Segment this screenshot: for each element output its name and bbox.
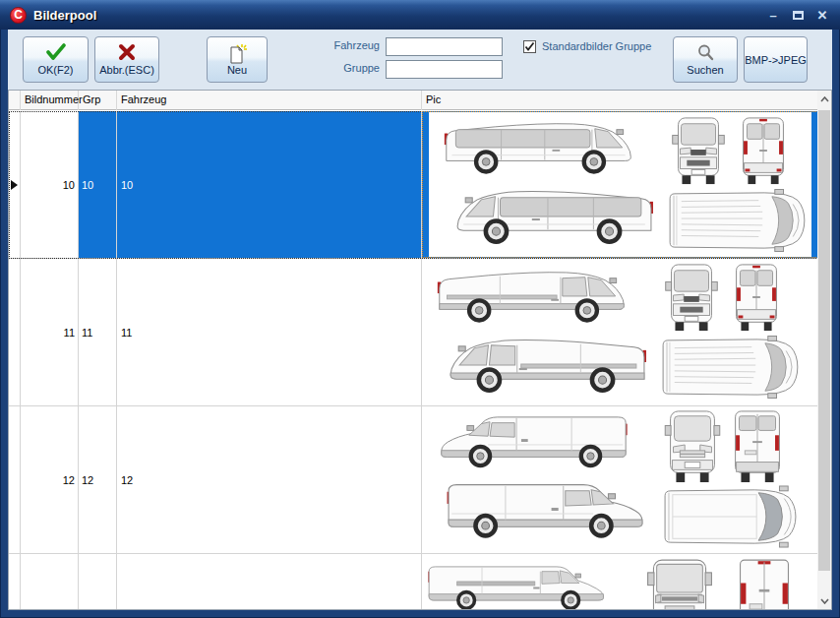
scrollbar-thumb[interactable] <box>818 110 830 571</box>
toolbar: OK(F2) Abbr.(ESC) <box>8 30 832 90</box>
cell-pic[interactable] <box>422 554 818 609</box>
app-logo-icon: C <box>10 7 27 24</box>
cell-grp[interactable]: 12 <box>79 406 117 553</box>
gruppe-label: Gruppe <box>343 62 380 74</box>
column-header-bildnummer[interactable]: Bildnummer <box>21 91 79 110</box>
bmp-to-jpeg-button[interactable]: BMP->JPEG <box>744 36 808 83</box>
row-selector-cell <box>9 554 21 609</box>
cancel-x-icon <box>95 43 158 61</box>
vertical-scrollbar[interactable] <box>817 91 831 609</box>
current-row-arrow-icon <box>11 180 18 190</box>
cell-bildnummer[interactable]: 12 <box>21 406 79 553</box>
ok-button-label: OK(F2) <box>37 64 73 76</box>
grid-header: Bildnummer Grp Fahrzeug Pic <box>9 91 818 110</box>
cell-fahrzeug[interactable] <box>117 554 422 609</box>
gruppe-input[interactable] <box>386 60 503 79</box>
close-button[interactable]: ✕ <box>814 7 830 23</box>
search-magnifier-icon <box>674 43 737 62</box>
cell-fahrzeug[interactable]: 11 <box>117 259 422 405</box>
vehicle-drawing-minibus <box>429 112 811 257</box>
cell-bildnummer[interactable] <box>21 554 79 609</box>
cell-bildnummer[interactable]: 11 <box>21 259 79 405</box>
checkmark-icon <box>524 41 535 52</box>
fahrzeug-input[interactable] <box>386 37 503 56</box>
new-document-icon <box>208 43 267 65</box>
row-selector-cell <box>9 259 21 405</box>
new-button[interactable]: Neu <box>207 36 268 83</box>
bilderpool-window: C Bilderpool – ✕ OK(F2) Abbr.(ESC) <box>0 0 840 618</box>
column-header-fahrzeug[interactable]: Fahrzeug <box>117 91 422 110</box>
bmp-to-jpeg-button-label: BMP->JPEG <box>745 54 807 66</box>
cell-grp[interactable]: 11 <box>79 259 117 405</box>
scroll-down-button[interactable] <box>817 592 831 609</box>
row-selector-header <box>9 91 21 110</box>
table-row[interactable] <box>9 554 818 609</box>
standardbilder-checkbox[interactable] <box>523 40 536 53</box>
cell-fahrzeug[interactable]: 10 <box>117 111 422 258</box>
chevron-up-icon <box>820 96 829 102</box>
ok-checkmark-icon <box>24 43 88 61</box>
cell-pic[interactable] <box>422 259 818 405</box>
current-row-indicator <box>9 111 21 258</box>
fahrzeug-label: Fahrzeug <box>334 39 380 51</box>
scroll-up-button[interactable] <box>817 91 831 107</box>
cell-pic[interactable] <box>422 111 818 258</box>
cell-bildnummer[interactable]: 10 <box>21 111 79 258</box>
ok-button[interactable]: OK(F2) <box>23 36 89 83</box>
image-grid: Bildnummer Grp Fahrzeug Pic 10 10 10 <box>8 90 832 610</box>
cancel-button-label: Abbr.(ESC) <box>99 64 154 76</box>
cell-grp[interactable]: 10 <box>79 111 117 258</box>
minimize-button[interactable]: – <box>765 7 781 23</box>
window-title: Bilderpool <box>33 8 96 23</box>
cancel-button[interactable]: Abbr.(ESC) <box>94 36 159 83</box>
grid-rows: 10 10 10 <box>9 111 818 609</box>
search-button[interactable]: Suchen <box>673 36 738 83</box>
column-header-grp[interactable]: Grp <box>79 91 117 110</box>
new-button-label: Neu <box>227 64 247 76</box>
cell-grp[interactable] <box>79 554 117 609</box>
cell-fahrzeug[interactable]: 12 <box>117 406 422 553</box>
maximize-button[interactable] <box>790 7 806 23</box>
table-row[interactable]: 10 10 10 <box>9 111 818 259</box>
vehicle-drawing-high-roof-van <box>422 406 818 553</box>
column-header-pic[interactable]: Pic <box>422 91 818 110</box>
vehicle-drawing-panel-van <box>422 259 818 405</box>
table-row[interactable]: 11 11 11 <box>9 259 818 406</box>
standardbilder-checkbox-label[interactable]: Standardbilder Gruppe <box>542 40 651 52</box>
cell-pic[interactable] <box>422 406 818 553</box>
row-selector-cell <box>9 406 21 553</box>
maximize-icon <box>793 11 804 20</box>
chevron-down-icon <box>820 598 829 604</box>
search-button-label: Suchen <box>687 64 723 76</box>
titlebar[interactable]: C Bilderpool – ✕ <box>0 0 840 30</box>
window-content: OK(F2) Abbr.(ESC) <box>8 30 832 610</box>
vehicle-drawing-large-van <box>422 554 818 609</box>
table-row[interactable]: 12 12 12 <box>9 406 818 554</box>
